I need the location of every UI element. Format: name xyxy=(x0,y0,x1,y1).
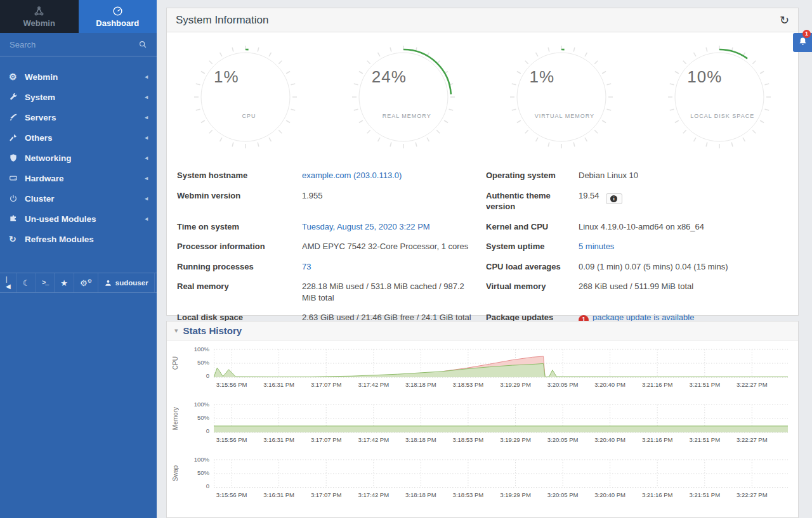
chart-x-tick-label: 3:17:42 PM xyxy=(358,381,390,388)
chart-x-tick-label: 3:21:16 PM xyxy=(642,381,673,388)
info-value: 19.54i xyxy=(579,186,788,217)
chevron-left-icon: ◂ xyxy=(145,216,148,222)
chevron-left-icon: ◂ xyxy=(145,74,148,80)
sidebar-item-cluster[interactable]: Cluster◂ xyxy=(0,188,157,209)
chart-x-tick-label: 3:15:56 PM xyxy=(216,491,247,498)
chart-x-tick-label: 3:17:07 PM xyxy=(311,491,342,498)
collapse-icon: |◀ xyxy=(6,276,11,290)
app: Webmin Dashboard ⚙Webmin◂System◂Servers◂… xyxy=(0,0,812,518)
info-value: 0.09 (1 min) 0.07 (5 mins) 0.04 (15 mins… xyxy=(579,257,788,277)
gears-icon: ⚙⚙ xyxy=(80,278,92,288)
info-value: Debian Linux 10 xyxy=(579,165,788,186)
system-information-panel: System Information ↻ 1% CPU 24% REAL MEM… xyxy=(166,8,799,316)
chart-x-tick-label: 3:18:53 PM xyxy=(453,491,484,498)
sidebar-item-label: Others xyxy=(25,133,53,143)
theme-settings-button[interactable]: ⚙⚙ xyxy=(74,273,98,292)
night-mode-button[interactable]: ☾ xyxy=(17,273,37,292)
chart-x-tick-label: 3:16:31 PM xyxy=(263,381,294,388)
star-icon: ★ xyxy=(60,278,68,288)
system-information-header: System Information ↻ xyxy=(167,8,798,32)
chart-x-tick-label: 3:20:40 PM xyxy=(594,381,625,388)
sidebar: Webmin Dashboard ⚙Webmin◂System◂Servers◂… xyxy=(0,0,157,518)
info-value-link[interactable]: 5 minutes xyxy=(579,242,614,251)
chart-x-tick-label: 3:21:16 PM xyxy=(642,491,673,498)
terminal-button[interactable]: >_ xyxy=(36,273,55,292)
chart-ylabels: 100%50%0 xyxy=(183,348,214,379)
tab-dashboard[interactable]: Dashboard xyxy=(79,0,157,33)
chart-x-tick-label: 3:15:56 PM xyxy=(216,381,247,388)
chart-x-tick-label: 3:17:42 PM xyxy=(358,491,390,498)
info-label: Time on system xyxy=(177,217,302,237)
sidebar-item-un-used-modules[interactable]: Un-used Modules◂ xyxy=(0,209,157,229)
sidebar-item-webmin[interactable]: ⚙Webmin◂ xyxy=(0,67,157,87)
stats-history-title: Stats History xyxy=(183,325,242,336)
chart-x-tick-label: 3:20:40 PM xyxy=(594,436,625,443)
sidebar-item-networking[interactable]: Networking◂ xyxy=(0,148,157,168)
cluster-icon xyxy=(34,6,44,16)
chart-x-tick-label: 3:19:29 PM xyxy=(500,381,531,388)
collapse-sidebar-button[interactable]: |◀ xyxy=(0,273,17,292)
wrench-icon xyxy=(9,93,25,101)
info-value-link[interactable]: Tuesday, August 25, 2020 3:22 PM xyxy=(302,222,430,231)
chart-x-tick-label: 3:21:51 PM xyxy=(690,436,721,443)
gauge-value: 10% xyxy=(687,67,722,87)
sidebar-item-servers[interactable]: Servers◂ xyxy=(0,107,157,127)
gauge-value: 24% xyxy=(372,67,407,87)
sidebar-item-label: Servers xyxy=(25,113,56,122)
hammer-icon xyxy=(9,133,25,142)
power-icon xyxy=(9,194,25,203)
info-label: System hostname xyxy=(177,165,302,186)
sidebar-item-hardware[interactable]: Hardware◂ xyxy=(0,168,157,188)
bell-icon xyxy=(798,37,808,49)
search-input[interactable] xyxy=(10,40,127,49)
chevron-left-icon: ◂ xyxy=(145,195,148,202)
favorites-button[interactable]: ★ xyxy=(55,273,74,292)
refresh-icon[interactable]: ↻ xyxy=(780,15,789,26)
sidebar-item-label: Refresh Modules xyxy=(25,235,94,244)
info-value-link[interactable]: example.com (203.0.113.0) xyxy=(302,171,402,180)
chevron-left-icon: ◂ xyxy=(145,134,148,141)
search-icon[interactable] xyxy=(138,40,147,49)
stats-history-header[interactable]: ▾ Stats History xyxy=(167,321,798,340)
info-label: Virtual memory xyxy=(486,276,579,308)
system-info-table: System hostnameexample.com (203.0.113.0)… xyxy=(177,165,788,330)
chart-xlabels: 3:15:56 PM3:16:31 PM3:17:07 PM3:17:42 PM… xyxy=(214,379,788,390)
moon-icon: ☾ xyxy=(23,278,30,288)
gauge-label: REAL MEMORY xyxy=(383,113,431,119)
chart-x-tick-label: 3:20:40 PM xyxy=(594,491,625,498)
chart-xlabels: 3:15:56 PM3:16:31 PM3:17:07 PM3:17:42 PM… xyxy=(214,434,788,445)
caret-down-icon: ▾ xyxy=(174,327,178,335)
info-value: example.com (203.0.113.0) xyxy=(302,165,486,186)
notification-badge: 1 xyxy=(802,30,811,38)
chart-ylabels: 100%50%0 xyxy=(183,403,214,434)
info-value-link[interactable]: 73 xyxy=(302,262,311,271)
info-value: 228.18 MiB used / 531.8 MiB cached / 987… xyxy=(302,276,486,308)
sidebar-item-refresh-modules[interactable]: ↻Refresh Modules xyxy=(0,229,157,249)
info-label: Running processes xyxy=(177,257,302,277)
chart-swap: Swap 100%50%0 3:15:56 PM3:16:31 PM3:17:0… xyxy=(167,458,798,514)
info-label: Authentic theme version xyxy=(486,186,579,217)
chart-plot-svg xyxy=(214,458,788,489)
chevron-left-icon: ◂ xyxy=(145,114,148,120)
info-value: 73 xyxy=(302,257,486,277)
chart-x-tick-label: 3:22:27 PM xyxy=(737,491,768,498)
info-value: AMD EPYC 7542 32-Core Processor, 1 cores xyxy=(302,236,486,257)
notifications-bell[interactable]: 1 xyxy=(793,33,812,52)
gauge-dial xyxy=(192,44,299,150)
sidebar-tabs: Webmin Dashboard xyxy=(0,0,157,33)
tab-webmin[interactable]: Webmin xyxy=(0,0,79,33)
username-label: sudouser xyxy=(115,279,148,287)
info-label: Webmin version xyxy=(177,186,302,217)
gauge-local-disk-space: 10% LOCAL DISK SPACE xyxy=(640,44,798,150)
sidebar-item-others[interactable]: Others◂ xyxy=(0,127,157,148)
shield-icon xyxy=(9,153,25,162)
info-value: Tuesday, August 25, 2020 3:22 PM xyxy=(302,217,486,237)
user-button[interactable]: sudouser xyxy=(98,273,155,292)
rocket-icon xyxy=(9,113,25,122)
chart-axis-title: Memory xyxy=(172,407,179,430)
theme-info-button[interactable]: i xyxy=(606,193,622,204)
chart-x-tick-label: 3:17:42 PM xyxy=(358,436,390,443)
chart-x-tick-label: 3:18:53 PM xyxy=(453,381,484,388)
sidebar-item-label: Un-used Modules xyxy=(25,214,96,224)
sidebar-item-system[interactable]: System◂ xyxy=(0,87,157,107)
